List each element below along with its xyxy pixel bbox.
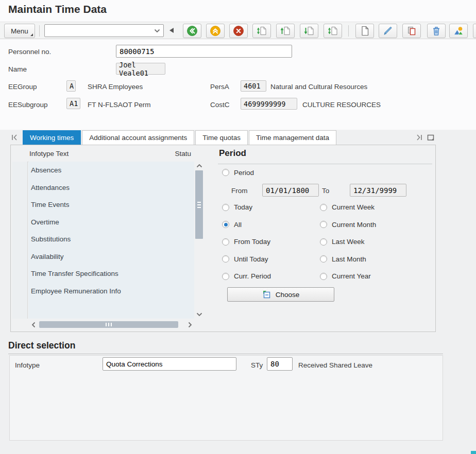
copy-button[interactable] — [402, 24, 421, 38]
list-item-time-transfer-specifications[interactable]: Time Transfer Specifications — [28, 265, 194, 283]
from-date-input[interactable] — [262, 184, 319, 197]
sty-input[interactable] — [267, 357, 293, 371]
column-header-infotype-text[interactable]: Infotype Text — [29, 150, 69, 158]
scroll-left-icon[interactable] — [29, 321, 38, 329]
persa-field: 4601 — [241, 80, 266, 92]
create-button[interactable] — [355, 24, 374, 38]
working-times-panel: Infotype Text Statu AbsencesAttendancesT… — [10, 145, 436, 332]
scroll-right-icon[interactable] — [186, 321, 194, 329]
back-button[interactable] — [183, 24, 201, 38]
menu-dropdown-triangle-icon — [30, 33, 33, 36]
exit-button[interactable] — [206, 24, 225, 38]
list-item-attendances[interactable]: Attendances — [28, 179, 194, 197]
last-page-button[interactable] — [324, 24, 342, 38]
radio-circle-icon — [222, 169, 229, 176]
horizontal-scrollbar[interactable] — [29, 320, 194, 329]
list-item-substitutions[interactable]: Substitutions — [28, 231, 194, 248]
list-item-employee-remuneration-info[interactable]: Employee Remuneration Info — [28, 283, 194, 300]
period-pane: Period Period From To TodayAllFrom Today… — [217, 145, 435, 331]
radio-from-today[interactable]: From Today — [222, 233, 271, 251]
command-field[interactable] — [44, 24, 164, 37]
overview-button[interactable] — [449, 24, 468, 38]
first-page-icon — [256, 25, 267, 37]
vertical-scrollbar-thumb[interactable] — [195, 170, 203, 239]
vertical-scrollbar[interactable] — [195, 162, 203, 319]
tab-additional-account-assignments[interactable]: Additional account assignments — [82, 130, 194, 145]
infotype-table-header: Infotype Text Statu — [12, 145, 194, 162]
detach-tab-icon[interactable] — [427, 133, 435, 142]
scrollbar-grip — [197, 202, 201, 208]
cancel-button[interactable] — [229, 24, 248, 38]
first-page-button[interactable] — [252, 24, 271, 38]
back-icon — [186, 25, 198, 37]
list-item-availability[interactable]: Availability — [28, 248, 194, 266]
radio-all[interactable]: All — [222, 216, 271, 234]
scroll-down-icon[interactable] — [195, 310, 203, 319]
radio-current-year[interactable]: Current Year — [320, 268, 376, 285]
eesubgroup-text: FT N-FLSAOT Perm — [88, 101, 151, 109]
toolbar-separator — [39, 25, 40, 37]
copy-icon — [406, 25, 417, 37]
tab-scroll-right-icon[interactable] — [415, 133, 423, 142]
page-title: Maintain Time Data — [8, 3, 107, 15]
persa-text: Natural and Cultural Resources — [270, 83, 367, 91]
tab-working-times[interactable]: Working times — [23, 130, 81, 145]
radio-until-today[interactable]: Until Today — [222, 251, 271, 268]
name-field: Joel Veale01 — [116, 63, 165, 75]
radio-circle-icon — [320, 273, 327, 280]
radio-circle-icon — [320, 221, 327, 228]
row-selector-gutter — [12, 162, 28, 319]
column-header-status[interactable]: Statu — [175, 150, 191, 158]
tab-time-quotas[interactable]: Time quotas — [195, 130, 248, 145]
choose-button[interactable]: Choose — [227, 287, 334, 302]
tab-time-management-data[interactable]: Time management data — [249, 130, 336, 145]
eegroup-label: EEGroup — [8, 83, 37, 91]
radio-circle-icon — [222, 204, 229, 211]
horizontal-scrollbar-thumb[interactable] — [39, 321, 178, 328]
radio-current-month[interactable]: Current Month — [320, 216, 376, 234]
costc-label: CostC — [210, 101, 230, 109]
radio-circle-icon — [222, 273, 229, 280]
scroll-up-icon[interactable] — [195, 162, 203, 170]
infotype-input[interactable] — [103, 357, 236, 371]
list-item-time-events[interactable]: Time Events — [28, 196, 194, 214]
toolbar-button-partial[interactable] — [473, 24, 476, 38]
tabstrip: Working timesAdditional account assignme… — [0, 130, 476, 145]
sty-label: STy — [251, 361, 263, 369]
infotype-label: Infotype — [15, 361, 40, 369]
menu-button[interactable]: Menu — [4, 24, 35, 38]
next-page-icon — [303, 25, 315, 37]
toolbar-separator — [348, 25, 349, 37]
collapse-toolbar-icon[interactable] — [169, 28, 174, 33]
eegroup-field: A — [66, 80, 76, 92]
previous-page-button[interactable] — [276, 24, 295, 38]
command-field-input[interactable] — [46, 26, 151, 37]
radio-last-week[interactable]: Last Week — [320, 233, 376, 251]
list-item-absences[interactable]: Absences — [28, 162, 194, 179]
to-label: To — [322, 187, 329, 195]
radio-curr-period[interactable]: Curr. Period — [222, 268, 271, 285]
list-item-overtime[interactable]: Overtime — [28, 214, 194, 231]
infotype-list: AbsencesAttendancesTime EventsOvertimeSu… — [28, 162, 194, 319]
change-button[interactable] — [379, 24, 397, 38]
tab-scroll-left-icon[interactable] — [10, 133, 19, 142]
radio-current-week[interactable]: Current Week — [320, 199, 376, 216]
cancel-icon — [233, 25, 244, 37]
eesubgroup-label: EESubgroup — [8, 101, 48, 109]
create-icon — [359, 25, 370, 37]
radio-last-month[interactable]: Last Month — [320, 251, 376, 268]
radio-today[interactable]: Today — [222, 199, 271, 216]
persa-label: PersA — [210, 83, 229, 91]
chevron-down-icon — [154, 29, 160, 33]
personnel-no-input[interactable] — [116, 45, 292, 58]
to-date-input[interactable] — [350, 184, 406, 197]
costc-text: CULTURE RESOURCES — [302, 101, 381, 109]
name-label: Name — [8, 65, 27, 73]
personnel-no-label: Personnel no. — [8, 48, 51, 56]
delete-button[interactable] — [427, 24, 446, 38]
next-page-button[interactable] — [300, 24, 318, 38]
radio-period[interactable]: Period — [222, 165, 254, 180]
radio-circle-icon — [222, 238, 229, 246]
trash-icon — [431, 25, 442, 37]
choose-icon — [262, 290, 271, 299]
